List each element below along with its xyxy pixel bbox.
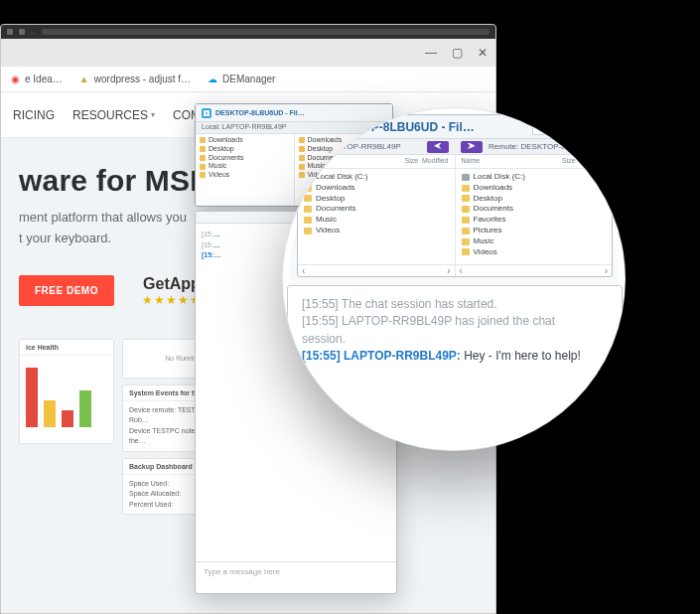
remote-path: ⮞ Remote: DESKTOP-8LBU6UD bbox=[455, 139, 612, 154]
folder-icon bbox=[299, 155, 305, 161]
hero-sub-line: ment platform that allows you bbox=[19, 210, 187, 225]
list-item[interactable]: Desktop bbox=[462, 194, 607, 205]
folder-icon bbox=[299, 172, 305, 178]
folder-icon bbox=[200, 137, 206, 143]
nav-label: RESOURCES bbox=[72, 108, 148, 122]
local-pane[interactable]: Downloads Desktop Documents Music Videos bbox=[196, 134, 295, 206]
minimize-icon[interactable]: — bbox=[424, 46, 438, 60]
folder-icon bbox=[299, 146, 305, 152]
remote-label: Remote: DESKTOP-8LBU6UD bbox=[489, 142, 597, 151]
list-item[interactable]: Documents bbox=[462, 204, 607, 215]
nav-pricing[interactable]: RICING bbox=[13, 108, 55, 122]
maximize-icon[interactable]: ▢ bbox=[558, 119, 578, 135]
bar bbox=[26, 368, 38, 426]
maximize-icon[interactable]: ▢ bbox=[450, 46, 464, 60]
bookmark-wordpress[interactable]: ▲wordpress - adjust f… bbox=[78, 74, 191, 85]
list-item[interactable]: Local Disk (C:) bbox=[462, 172, 607, 183]
list-item[interactable]: Videos bbox=[304, 226, 449, 236]
scrollbar[interactable]: ‹› bbox=[298, 264, 455, 276]
browser-tabstrip: ... bbox=[1, 25, 495, 39]
folder-icon bbox=[304, 206, 312, 213]
browser-close-icon[interactable]: ✕ bbox=[476, 46, 490, 60]
list-item[interactable]: Music bbox=[304, 215, 449, 226]
nav-label: RICING bbox=[13, 108, 55, 122]
scrollbar[interactable]: ‹› bbox=[456, 264, 613, 276]
nav-right-icon[interactable]: ⮞ bbox=[461, 141, 483, 153]
list-item[interactable]: Favorites bbox=[462, 215, 607, 226]
hero-sub-line: t your keyboard. bbox=[19, 230, 111, 245]
folder-icon bbox=[304, 195, 312, 202]
tabstrip-hint: ... bbox=[31, 29, 36, 35]
chat-input[interactable]: Type a message here bbox=[196, 561, 396, 593]
folder-icon bbox=[200, 164, 206, 170]
list-item[interactable]: Documents bbox=[304, 204, 449, 215]
scroll-left-icon[interactable]: ‹ bbox=[460, 265, 463, 276]
free-demo-button[interactable]: FREE DEMO bbox=[19, 275, 114, 306]
rating-stars: ★★★★★ bbox=[142, 293, 202, 307]
nav-left-icon[interactable]: ⮜ bbox=[427, 141, 449, 153]
local-pane[interactable]: NameSize Modified Local Disk (C:) Downlo… bbox=[298, 155, 456, 276]
card-header: ice Health bbox=[20, 340, 113, 356]
folder-icon bbox=[462, 195, 470, 202]
health-bar-chart bbox=[20, 356, 113, 433]
bookmark-label: e Idea… bbox=[25, 74, 63, 84]
getapp-logo: GetApp bbox=[142, 275, 202, 293]
scroll-right-icon[interactable]: › bbox=[605, 265, 608, 276]
chat-line: [15:55] LAPTOP-RR9BL49P: Hey - I'm here … bbox=[302, 348, 608, 365]
close-icon[interactable]: ✕ bbox=[584, 119, 604, 135]
window-title[interactable]: DESKTOP-8LBU6UD - Fil… bbox=[196, 104, 392, 122]
bookmark-label: wordpress - adjust f… bbox=[94, 74, 191, 84]
window-title-text: DESKTOP-8LBU6UD - Fil… bbox=[215, 109, 305, 116]
google-icon: ◉ bbox=[9, 74, 21, 85]
folder-icon bbox=[462, 238, 470, 245]
nav-resources[interactable]: RESOURCES▾ bbox=[72, 108, 155, 122]
folder-icon bbox=[299, 137, 305, 143]
chat-line: [15:55] The chat session has started. bbox=[302, 296, 608, 313]
salesforce-icon: ☁ bbox=[207, 74, 218, 85]
list-item[interactable]: Pictures bbox=[462, 226, 607, 236]
minimize-icon[interactable]: — bbox=[532, 119, 552, 135]
list-item[interactable]: Videos bbox=[462, 247, 607, 258]
wordpress-icon: ▲ bbox=[78, 74, 90, 85]
chevron-down-icon: ▾ bbox=[151, 110, 155, 119]
remote-pane[interactable]: NameSize Modified Local Disk (C:) Downlo… bbox=[456, 155, 613, 276]
bookmark-idea[interactable]: ◉e Idea… bbox=[9, 74, 63, 85]
bar bbox=[62, 410, 73, 427]
folder-icon bbox=[200, 172, 206, 178]
chat-line: [15:55] LAPTOP-RR9BL49P has joined the c… bbox=[302, 313, 608, 330]
device-health-card: ice Health bbox=[19, 339, 114, 444]
folder-icon bbox=[304, 228, 312, 234]
disk-icon bbox=[462, 174, 470, 181]
list-item[interactable]: Local Disk (C:) bbox=[304, 172, 449, 183]
browser-titlebar: — ▢ ✕ bbox=[1, 39, 495, 67]
bookmark-label: DEManager bbox=[222, 74, 275, 84]
app-icon bbox=[202, 108, 211, 118]
chat-line: session. bbox=[302, 331, 608, 348]
bar bbox=[79, 390, 91, 426]
list-item[interactable]: Desktop bbox=[304, 194, 449, 205]
folder-icon bbox=[462, 185, 470, 192]
bookmark-bar: ◉e Idea… ▲wordpress - adjust f… ☁DEManag… bbox=[1, 67, 495, 92]
list-item[interactable]: Music bbox=[462, 236, 607, 247]
getapp-rating: GetApp ★★★★★ bbox=[142, 275, 202, 307]
chat-transcript: [15:55] The chat session has started. [1… bbox=[288, 286, 622, 376]
folder-icon bbox=[462, 248, 470, 255]
folder-icon bbox=[200, 146, 206, 152]
magnifier-lens: NY ⌄ (888 ISPs ows you DESKTOP-8LBU6UD -… bbox=[282, 107, 626, 451]
scroll-left-icon[interactable]: ‹ bbox=[302, 265, 305, 276]
list-item[interactable]: Downloads bbox=[462, 183, 607, 194]
bookmark-demanager[interactable]: ☁DEManager bbox=[207, 74, 275, 85]
list-item[interactable]: Downloads bbox=[304, 183, 449, 194]
folder-icon bbox=[299, 164, 305, 170]
bar bbox=[44, 400, 56, 426]
folder-icon bbox=[462, 228, 470, 234]
folder-icon bbox=[304, 217, 312, 224]
scroll-right-icon[interactable]: › bbox=[447, 265, 450, 276]
folder-icon bbox=[462, 217, 470, 224]
folder-icon bbox=[200, 155, 206, 161]
folder-icon bbox=[462, 206, 470, 213]
